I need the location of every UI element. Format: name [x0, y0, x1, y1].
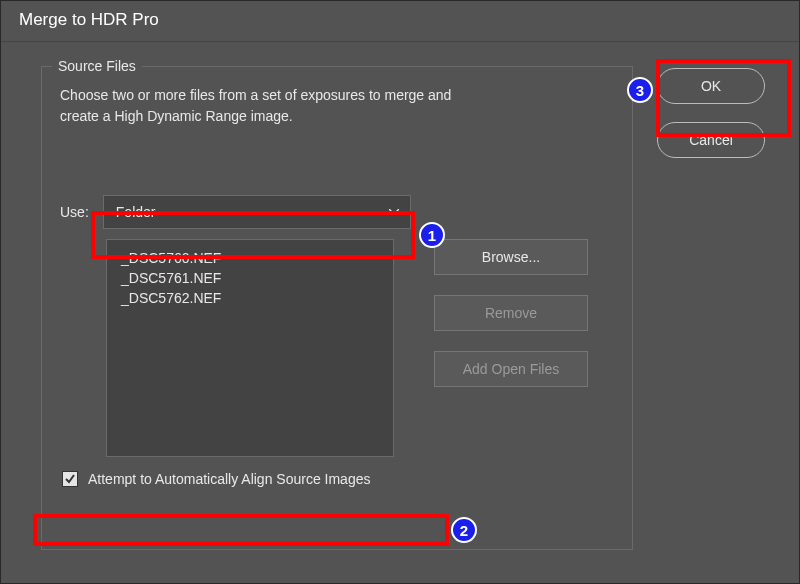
dialog-content: Source Files Choose two or more files fr… [1, 42, 799, 568]
use-dropdown[interactable]: Folder [103, 195, 411, 229]
files-area: _DSC5760.NEF _DSC5761.NEF _DSC5762.NEF B… [106, 239, 614, 457]
dialog-actions: OK Cancel [657, 66, 781, 550]
description-line-2: create a High Dynamic Range image. [60, 108, 293, 124]
panel-legend: Source Files [52, 58, 142, 74]
source-files-panel: Source Files Choose two or more files fr… [41, 66, 633, 550]
description-line-1: Choose two or more files from a set of e… [60, 87, 451, 103]
use-dropdown-wrap: Folder [103, 195, 411, 229]
align-checkbox-row: Attempt to Automatically Align Source Im… [62, 471, 614, 487]
panel-description: Choose two or more files from a set of e… [60, 85, 614, 127]
use-label: Use: [60, 204, 89, 220]
merge-hdr-dialog: Merge to HDR Pro Source Files Choose two… [0, 0, 800, 584]
titlebar: Merge to HDR Pro [1, 1, 799, 42]
align-checkbox-label: Attempt to Automatically Align Source Im… [88, 471, 370, 487]
dialog-title: Merge to HDR Pro [19, 10, 781, 30]
file-list[interactable]: _DSC5760.NEF _DSC5761.NEF _DSC5762.NEF [106, 239, 394, 457]
annotation-callout-2: 2 [451, 517, 477, 543]
browse-button[interactable]: Browse... [434, 239, 588, 275]
use-row: Use: Folder [60, 195, 614, 229]
add-open-files-button[interactable]: Add Open Files [434, 351, 588, 387]
annotation-callout-3: 3 [627, 77, 653, 103]
file-action-buttons: Browse... Remove Add Open Files [434, 239, 588, 457]
check-icon [64, 473, 76, 485]
cancel-button[interactable]: Cancel [657, 122, 765, 158]
ok-button[interactable]: OK [657, 68, 765, 104]
list-item[interactable]: _DSC5761.NEF [107, 268, 393, 288]
list-item[interactable]: _DSC5760.NEF [107, 248, 393, 268]
use-dropdown-value: Folder [116, 204, 156, 220]
align-checkbox[interactable] [62, 471, 78, 487]
annotation-callout-1: 1 [419, 222, 445, 248]
list-item[interactable]: _DSC5762.NEF [107, 288, 393, 308]
remove-button[interactable]: Remove [434, 295, 588, 331]
